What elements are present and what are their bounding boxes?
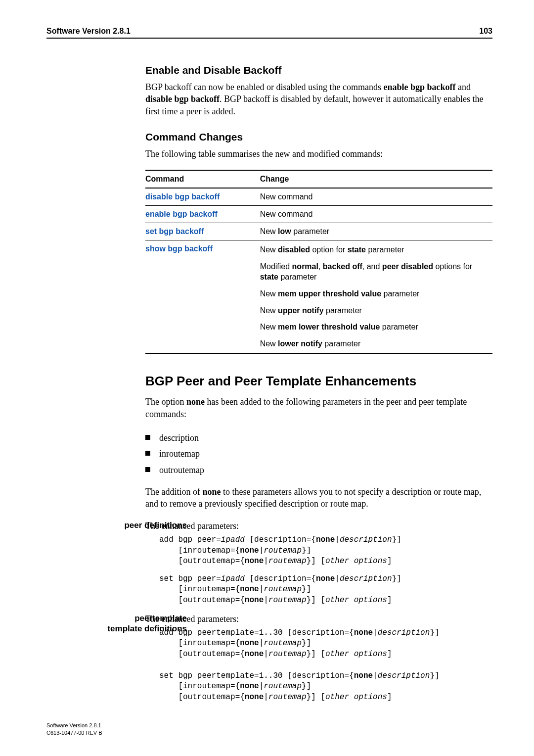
paragraph-command-changes-intro: The following table summarises the new a… <box>145 148 492 160</box>
table-header-command: Command <box>145 170 260 188</box>
page-footer: Software Version 2.8.1 C613-10477-00 REV… <box>46 722 102 736</box>
code-text: add bgp peer= <box>159 535 221 544</box>
code-text: set bgp peer= <box>159 574 221 583</box>
text: option for <box>310 245 348 254</box>
code-text: | <box>264 557 268 566</box>
code-italic: other options <box>325 596 387 605</box>
header-rule <box>46 38 492 39</box>
code-italic: routemap <box>268 650 307 659</box>
peertemplate-definitions-block: peertemplate template definitions The en… <box>46 613 492 703</box>
text: parameter <box>322 339 360 348</box>
code-italic: other options <box>325 693 387 702</box>
running-header: Software Version 2.8.1 103 <box>46 27 492 38</box>
text-bold: none <box>186 397 205 407</box>
code-text: }] <box>302 546 311 555</box>
code-text: | <box>335 574 340 583</box>
text: parameter <box>278 273 316 281</box>
text: , and <box>362 262 382 271</box>
text: template definitions <box>107 624 187 633</box>
code-text: [outroutemap={ <box>178 596 244 605</box>
code-keyword: none <box>316 535 335 544</box>
code-text: }] [ <box>307 693 325 702</box>
code-text: }] <box>430 671 439 680</box>
text-bold: disabled <box>278 245 310 254</box>
change-line: New lower notify parameter <box>260 335 489 349</box>
change-line: New disabled option for state parameter <box>260 244 489 258</box>
list-item: outroutemap <box>145 462 492 478</box>
table-cell: New command <box>260 206 492 223</box>
code-text: ] <box>387 557 392 566</box>
change-line: New mem upper threshold value parameter <box>260 285 489 302</box>
code-keyword: none <box>240 639 259 648</box>
text: New <box>260 289 278 298</box>
header-title: Software Version 2.8.1 <box>46 27 131 36</box>
code-text: | <box>264 693 268 702</box>
text: parameter <box>324 306 362 315</box>
text: The option <box>145 397 186 407</box>
link-enable-bgp-backoff[interactable]: enable bgp backoff <box>145 210 218 218</box>
text-bold: backed off <box>323 262 362 271</box>
code-text: }] [ <box>307 557 325 566</box>
text-bold: mem upper threshold value <box>278 289 381 298</box>
code-add-bgp-peer: add bgp peer=ipadd [description={none|de… <box>159 535 492 567</box>
paragraph-backoff-intro: BGP backoff can now be enabled or disabl… <box>145 81 492 117</box>
change-line: New mem lower threshold value parameter <box>260 319 489 335</box>
text: options for <box>433 262 472 271</box>
command-changes-table: Command Change disable bgp backoff New c… <box>145 170 492 354</box>
table-row: set bgp backoff New low parameter <box>145 223 492 240</box>
text: peertemplate <box>134 614 187 623</box>
code-text: [outroutemap={ <box>178 557 244 566</box>
code-italic: description <box>340 574 392 583</box>
code-keyword: none <box>354 671 373 680</box>
text: Modified <box>260 262 292 271</box>
heading-bgp-peer-enhancements: BGP Peer and Peer Template Enhancements <box>145 374 492 389</box>
code-keyword: none <box>316 574 335 583</box>
table-row: show bgp backoff New disabled option for… <box>145 240 492 354</box>
code-italic: description <box>340 535 392 544</box>
link-show-bgp-backoff[interactable]: show bgp backoff <box>145 244 213 253</box>
code-text: [inroutemap={ <box>178 585 240 594</box>
table-row: enable bgp backoff New command <box>145 206 492 223</box>
code-keyword: none <box>245 557 264 566</box>
text-bold: state <box>348 245 366 254</box>
code-text: ] <box>387 650 392 659</box>
code-italic: ipadd <box>221 574 245 583</box>
code-italic: routemap <box>264 546 302 555</box>
code-text: [inroutemap={ <box>178 546 240 555</box>
page-container: Software Version 2.8.1 103 Enable and Di… <box>0 0 534 756</box>
code-italic: routemap <box>268 596 307 605</box>
text: The addition of <box>145 487 202 497</box>
footer-line-2: C613-10477-00 REV B <box>46 730 102 736</box>
change-line: New upper notify parameter <box>260 302 489 319</box>
link-disable-bgp-backoff[interactable]: disable bgp backoff <box>145 192 220 201</box>
text: BGP backoff can now be enabled or disabl… <box>145 82 383 92</box>
code-text: | <box>264 596 268 605</box>
side-label-peertemplate-definitions: peertemplate template definitions <box>93 613 187 634</box>
code-set-bgp-peer: set bgp peer=ipadd [description={none|de… <box>159 574 492 606</box>
text: New <box>260 339 278 348</box>
table-cell: New low parameter <box>260 223 492 240</box>
text-bold: peer disabled <box>382 262 433 271</box>
code-italic: routemap <box>268 693 307 702</box>
code-italic: routemap <box>264 639 302 648</box>
code-text: | <box>259 585 264 594</box>
code-text: | <box>259 546 264 555</box>
code-text: }] [ <box>307 596 325 605</box>
table-cell: New command <box>260 188 492 206</box>
link-set-bgp-backoff[interactable]: set bgp backoff <box>145 227 204 236</box>
code-text: | <box>259 682 264 691</box>
text: and <box>455 82 471 92</box>
text-bold: low <box>278 227 291 236</box>
code-keyword: none <box>240 546 259 555</box>
code-text: [inroutemap={ <box>178 639 240 648</box>
text: New <box>260 323 278 331</box>
footer-line-1: Software Version 2.8.1 <box>46 722 101 728</box>
code-text: | <box>259 639 264 648</box>
code-italic: other options <box>325 650 387 659</box>
code-italic: routemap <box>264 682 302 691</box>
code-italic: routemap <box>264 585 302 594</box>
code-keyword: none <box>240 585 259 594</box>
content-column: Enable and Disable Backoff BGP backoff c… <box>145 64 492 510</box>
list-item: inroutemap <box>145 446 492 462</box>
code-text: }] <box>392 574 401 583</box>
